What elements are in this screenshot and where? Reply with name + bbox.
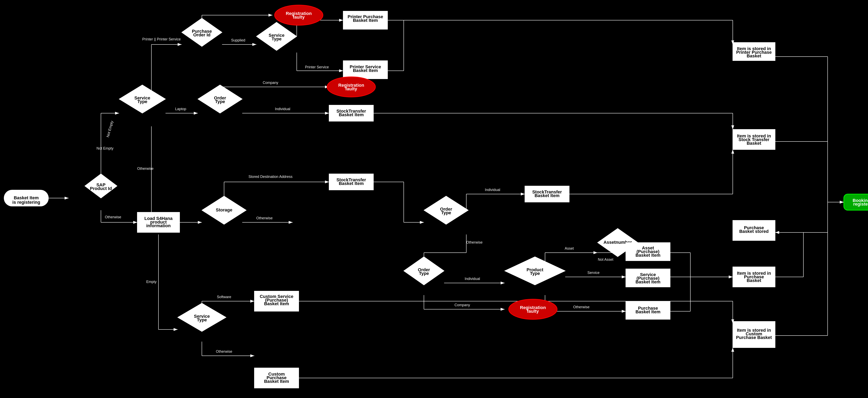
label-otherwise-sap: Otherwise	[105, 215, 121, 219]
order-type-3-node: Order Type	[404, 257, 444, 285]
label-printer-service: Printer Service	[305, 65, 329, 69]
label-company-ot3: Company	[455, 303, 470, 307]
apbi-label-3: Basket Item	[636, 253, 660, 258]
booking-registered-node: Booking is registered	[844, 194, 868, 210]
label-individual-ot1: Individual	[275, 107, 290, 111]
flow-diagram: Not Empty Otherwise Printer || Printer S…	[0, 0, 868, 398]
order-type-2-node: Order Type	[424, 196, 468, 224]
psbi-label-2: Basket Item	[353, 68, 378, 73]
stocktransfer-basket-3-node: StockTransfer Basket Item	[525, 186, 569, 202]
label-stored-dest: Stored Destination Address	[248, 175, 292, 179]
ot1-label-2: Type	[215, 99, 225, 104]
item-stored-printer-node: Item is stored in Printer Purchase Baske…	[733, 42, 775, 61]
asset-purchase-basket-node: Asset (Purchase) Basket Item	[626, 243, 670, 261]
stbi1-label-2: Basket Item	[339, 112, 364, 117]
label-software: Software	[217, 295, 231, 299]
stbi2-label-2: Basket Item	[339, 181, 364, 186]
item-stored-purchase-node: Item is stored in Purchase Basket	[733, 267, 775, 287]
ot2-label-2: Type	[441, 210, 451, 215]
registration-faulty-1-node: Registration faulty	[275, 5, 323, 25]
stp-label-2: Type	[272, 36, 282, 41]
custom-purchase-basket-node: Custom Purchase Basket Item	[254, 368, 299, 388]
ot3-label-2: Type	[419, 271, 429, 276]
label-laptop: Laptop	[175, 107, 186, 111]
purchase-basket-item-node: Purchase Basket Item	[626, 301, 670, 319]
label-otherwise-ste: Otherwise	[216, 349, 232, 353]
label-company-ot1: Company	[262, 81, 278, 85]
service-type-main-node: Service Type	[119, 85, 165, 113]
label-printer-printer: Printer || Printer Service	[142, 37, 181, 41]
label-otherwise-pt: Otherwise	[573, 305, 589, 309]
label-empty: Empty	[146, 280, 156, 284]
label-individual-ot3: Individual	[465, 277, 480, 281]
service-type-empty-node: Service Type	[178, 303, 226, 332]
not-empty-label: Not Empty	[106, 120, 114, 138]
stocktransfer-basket-2-node: StockTransfer Basket Item	[329, 174, 373, 190]
ste-label-2: Type	[197, 317, 207, 322]
icpb-label-3: Purchase Basket	[736, 335, 772, 340]
poid-label-2: Order Id	[193, 32, 211, 37]
rf2-label-2: faulty	[345, 86, 357, 91]
label-individual-ot2: Individual	[485, 188, 500, 192]
br-label-2: registered	[853, 201, 868, 206]
sap-label-2: Product Id	[90, 186, 112, 191]
custom-service-basket-node: Custom Service (Purchase) Basket Item	[254, 291, 299, 311]
ispbi-label-3: Basket	[747, 278, 762, 283]
rf3-label-2: faulty	[527, 309, 539, 314]
printer-purchase-basket-node: Printer Purchase Basket Item	[343, 11, 388, 29]
item-stored-custom-node: Item is stored in Custom Purchase Basket	[733, 321, 775, 348]
label-otherwise-ot2: Otherwise	[466, 240, 483, 245]
csbi-label-3: Basket Item	[264, 301, 289, 306]
storage-node: Storage	[202, 196, 246, 224]
pt-label-2: Type	[530, 271, 540, 276]
storage-label: Storage	[216, 207, 232, 212]
label-otherwise-st: Otherwise	[137, 167, 153, 171]
order-type-1-node: Order Type	[198, 85, 242, 113]
product-type-node: Product Type	[505, 257, 565, 285]
registration-faulty-3-node: Registration faulty	[509, 299, 557, 319]
isst-label-3: Basket	[747, 141, 762, 146]
st-main-label-2: Type	[137, 99, 147, 104]
load-s4hana-node: Load S4Hana product information	[137, 212, 180, 232]
spbi-label-3: Basket Item	[636, 279, 660, 284]
cpbi-label-3: Basket Item	[264, 379, 289, 384]
start-node: Basket Item is registering	[4, 190, 49, 206]
label-not-empty: Not Empty	[96, 146, 114, 150]
purchase-order-id-node: Purchase Order Id	[182, 18, 222, 47]
ispb-label-3: Basket	[747, 53, 762, 58]
printer-service-basket-node: Printer Service Basket Item	[343, 61, 388, 79]
label-not-asset: Not Asset	[598, 257, 613, 261]
label-otherwise-storage: Otherwise	[256, 216, 273, 220]
service-type-printer-node: Service Type	[256, 22, 297, 51]
purchase-basket-stored-node: Purchase Basket stored	[733, 220, 775, 240]
sap-product-id-node: SAP Product Id	[85, 174, 117, 198]
ls4-label-3: information	[146, 223, 171, 228]
registration-faulty-2-node: Registration faulty	[327, 77, 375, 97]
pbi-label-2: Basket Item	[636, 309, 660, 314]
rf1-label-2: faulty	[293, 15, 305, 20]
stocktransfer-basket-1-node: StockTransfer Basket Item	[329, 105, 373, 121]
label-service: Service	[587, 271, 599, 275]
pbs-label-2: Basket stored	[739, 229, 769, 234]
label-asset: Asset	[565, 247, 574, 251]
start-label-2: is registering	[12, 200, 40, 205]
stbi3-label-2: Basket Item	[534, 193, 560, 198]
item-stored-stock-node: Item is stored in Stock Transfer Basket	[733, 130, 775, 149]
service-purchase-basket-node: Service (Purchase) Basket Item	[626, 269, 670, 287]
ppbi-label-2: Basket Item	[353, 18, 378, 23]
label-supplied: Supplied	[231, 38, 245, 42]
